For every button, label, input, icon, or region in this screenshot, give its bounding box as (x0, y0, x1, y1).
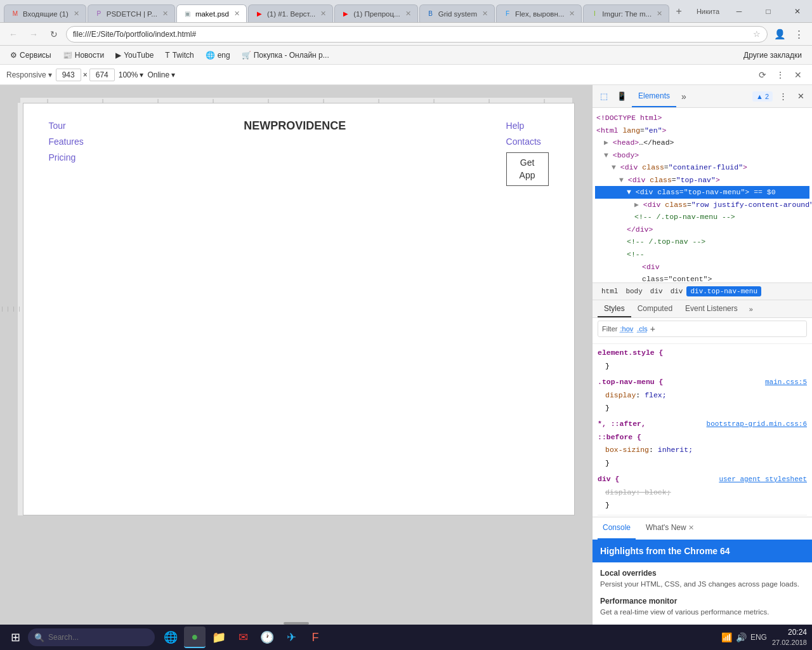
hov-hint[interactable]: :hov (620, 325, 633, 333)
style-prop[interactable]: box-sizing (605, 446, 649, 454)
bookmark-4[interactable]: 🌐eng (200, 50, 235, 61)
other-bookmarks[interactable]: Другие закладки (738, 50, 807, 61)
subtab-styles[interactable]: Styles (598, 300, 631, 317)
dom-line-12[interactable]: <div (595, 261, 809, 274)
devtools-more-tabs[interactable]: » (679, 91, 689, 102)
close-button[interactable]: ✕ (783, 0, 812, 23)
nav-features[interactable]: Features (49, 135, 84, 149)
back-button[interactable]: ← (5, 26, 22, 43)
tab-yt2[interactable]: ▶(1) Препроц...✕ (334, 4, 418, 22)
new-tab-button[interactable]: + (671, 3, 687, 20)
dom-line-6[interactable]: ▼ <div class="top-nav-menu"> == $0 (595, 186, 809, 199)
tab-close-yt2[interactable]: ✕ (405, 10, 411, 18)
responsive-label[interactable]: Responsive ▾ (6, 70, 52, 79)
breadcrumb-item-1[interactable]: body (622, 286, 646, 296)
task-app-clock[interactable]: 🕐 (256, 627, 278, 648)
devtools-settings-icon[interactable]: ⋮ (775, 89, 790, 104)
more-icon[interactable]: ⋮ (773, 67, 788, 83)
task-app-figma[interactable]: F (304, 627, 326, 648)
subtab-event-listeners[interactable]: Event Listeners (679, 300, 744, 317)
tab-gmail[interactable]: MВходящие (1)✕ (4, 4, 86, 22)
viewport-zoom[interactable]: 100% ▾ (119, 70, 144, 79)
minimize-button[interactable]: ─ (724, 0, 754, 23)
viewport-width-input[interactable] (56, 69, 81, 81)
bookmark-5[interactable]: 🛒Покупка - Онлайн р... (237, 50, 334, 61)
device-icon[interactable]: 📱 (614, 89, 629, 104)
nav-tour[interactable]: Tour (49, 119, 84, 133)
dom-line-13[interactable]: class="content"> (595, 273, 809, 282)
error-badge[interactable]: ▲ 2 (752, 91, 773, 102)
search-input[interactable] (48, 633, 148, 642)
dom-line-1[interactable]: <html lang="en"> (595, 124, 809, 137)
tab-close-imgur[interactable]: ✕ (657, 10, 662, 18)
task-app-files[interactable]: 📁 (208, 627, 230, 648)
task-app-ie[interactable]: 🌐 (160, 627, 181, 648)
dom-line-4[interactable]: ▼ <div class="container-fluid"> (595, 161, 809, 174)
style-source[interactable]: user agent stylesheet (719, 474, 807, 486)
address-box[interactable]: file:///E:/Site/To/portfolio/indext.html… (66, 26, 768, 43)
task-app-mail[interactable]: ✉ (232, 627, 254, 648)
breadcrumb-item-4[interactable]: div.top-nav-menu (686, 286, 761, 296)
whats-new-close[interactable]: ✕ (688, 524, 694, 532)
network-icon[interactable]: 📶 (721, 632, 732, 642)
dom-line-8[interactable]: <!-- /.top-nav-menu --> (595, 211, 809, 223)
breadcrumb-item-2[interactable]: div (646, 286, 667, 296)
breadcrumb-item-0[interactable]: html (598, 286, 622, 296)
reload-button[interactable]: ↻ (46, 26, 62, 43)
tab-yt1[interactable]: ▶(1) #1. Верст...✕ (248, 4, 333, 22)
dom-line-3[interactable]: ▼ <body> (595, 149, 809, 162)
menu-icon[interactable]: ⋮ (790, 26, 807, 43)
tab-elements[interactable]: Elements (632, 85, 676, 107)
style-selector[interactable]: *, ::after, (598, 418, 646, 431)
star-icon[interactable]: ☆ (753, 29, 761, 39)
style-val[interactable]: inherit; (658, 446, 693, 454)
style-selector[interactable]: .top-nav-menu { (598, 376, 664, 389)
subtab-more[interactable]: » (747, 303, 756, 315)
style-source[interactable]: main.css:5 (765, 376, 807, 389)
style-prop[interactable]: display (605, 391, 636, 399)
tab-flex[interactable]: FFlex, выровн...✕ (496, 4, 582, 22)
tab-close-gmail[interactable]: ✕ (74, 10, 79, 18)
nav-help[interactable]: Help (506, 119, 525, 133)
tab-maket[interactable]: ▣maket.psd✕ (176, 4, 247, 22)
nav-pricing[interactable]: Pricing (49, 151, 84, 164)
start-button[interactable]: ⊞ (5, 627, 25, 647)
tab-bootstrap[interactable]: BGrid system✕ (419, 4, 495, 22)
dom-line-5[interactable]: ▼ <div class="top-nav"> (595, 174, 809, 187)
tab-close-yt1[interactable]: ✕ (320, 10, 326, 18)
dom-line-2[interactable]: ▶ <head>…</head> (595, 136, 809, 149)
devtools-close-icon[interactable]: ✕ (793, 89, 808, 104)
tab-psd[interactable]: PPSDETCH | P...✕ (88, 4, 175, 22)
style-prop[interactable]: display (605, 488, 636, 496)
maximize-button[interactable]: □ (754, 0, 783, 23)
style-source[interactable]: bootstrap-grid.min.css:6 (707, 418, 807, 431)
user-icon[interactable]: 👤 (771, 26, 788, 43)
bookmark-1[interactable]: 📰Новости (58, 50, 109, 61)
style-selector[interactable]: div { (598, 473, 620, 486)
taskbar-search[interactable]: 🔍 (28, 628, 155, 646)
get-app-button[interactable]: GetApp (506, 152, 549, 186)
style-val[interactable]: block; (645, 488, 671, 496)
lang-label[interactable]: ENG (750, 633, 767, 642)
style-selector[interactable]: element.style { (598, 347, 664, 360)
task-app-chrome[interactable]: ● (184, 627, 206, 648)
subtab-computed[interactable]: Computed (631, 300, 679, 317)
console-tab[interactable]: Console (598, 517, 636, 540)
bookmark-3[interactable]: TTwitch (160, 50, 199, 61)
tab-close-maket[interactable]: ✕ (234, 10, 240, 18)
dom-line-0[interactable]: <!DOCTYPE html> (595, 112, 809, 124)
viewport-online[interactable]: Online ▾ (147, 70, 175, 79)
dom-line-7[interactable]: ▶ <div class="row justify-content-around… (595, 199, 809, 211)
tab-close-bootstrap[interactable]: ✕ (482, 10, 488, 18)
whats-new-tab[interactable]: What's New ✕ (641, 517, 699, 540)
tab-close-psd[interactable]: ✕ (162, 10, 168, 18)
tab-imgur[interactable]: IImgur: The m...✕ (583, 4, 669, 22)
breadcrumb-item-3[interactable]: div (667, 286, 687, 296)
rotate-icon[interactable]: ⟳ (755, 67, 770, 83)
close-icon[interactable]: ✕ (790, 67, 806, 83)
bookmark-2[interactable]: ▶YouTube (110, 50, 159, 61)
dom-line-11[interactable]: <!-- (595, 248, 809, 261)
viewport-height-input[interactable] (89, 69, 115, 81)
forward-button[interactable]: → (25, 26, 42, 43)
add-style-rule[interactable]: + (650, 324, 655, 334)
